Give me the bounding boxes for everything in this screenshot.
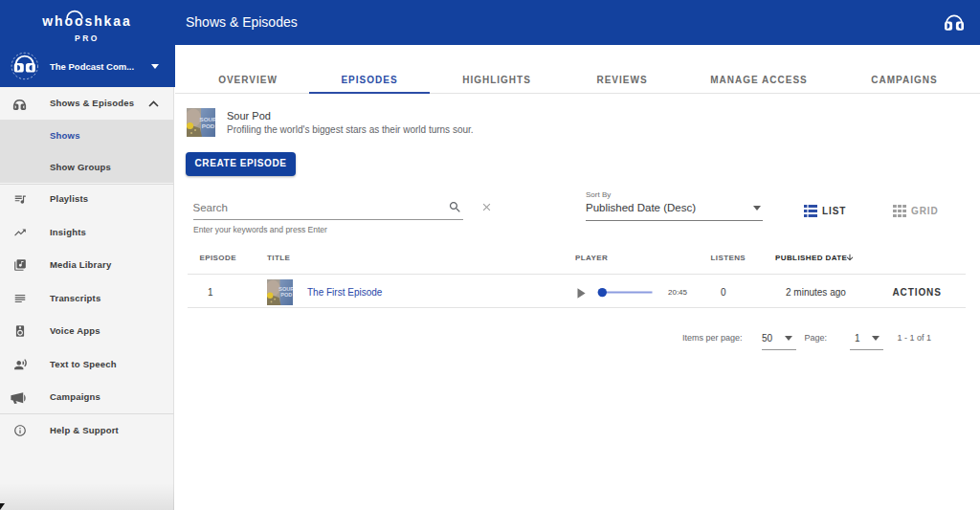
svg-text:SOUR: SOUR [200, 116, 215, 122]
svg-text:POD: POD [280, 292, 292, 298]
svg-text:POD: POD [202, 122, 215, 129]
svg-text:SOUR: SOUR [278, 286, 293, 292]
